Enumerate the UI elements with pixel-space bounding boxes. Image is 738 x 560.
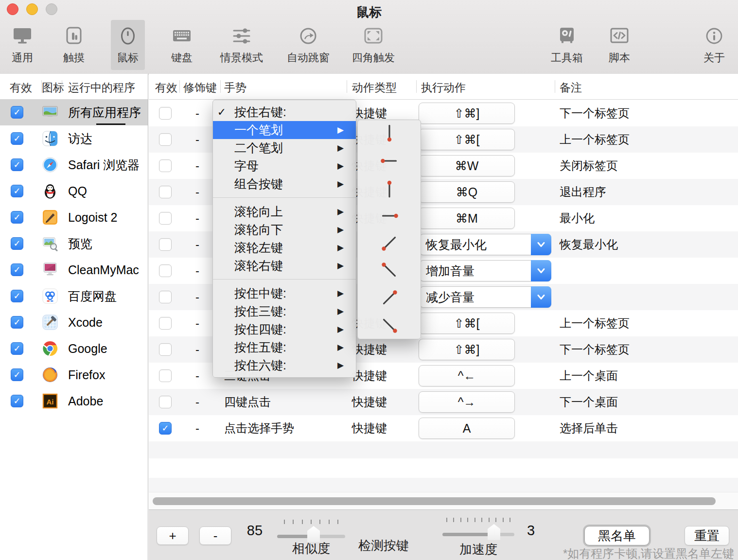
- horizontal-scrollbar-track[interactable]: [149, 492, 738, 510]
- sidebar-app-row[interactable]: ✓CleanMyMac: [0, 257, 148, 283]
- menu-item[interactable]: 按住六键:▶: [213, 356, 356, 374]
- menu-item[interactable]: 滚轮右键▶: [213, 257, 356, 275]
- menu-item[interactable]: ✓按住右键:: [213, 103, 356, 121]
- row-enabled-checkbox[interactable]: [159, 133, 172, 146]
- sidebar-app-row[interactable]: ✓QQ: [0, 178, 148, 204]
- toolbar-item-keyboard[interactable]: 键盘: [165, 20, 199, 70]
- add-gesture-button[interactable]: +: [157, 526, 189, 545]
- swipe-down-left-stroke-icon[interactable]: [358, 229, 421, 257]
- swipe-up-left-stroke-icon[interactable]: [358, 257, 421, 284]
- row-enabled-checkbox[interactable]: [159, 186, 172, 198]
- app-enabled-checkbox[interactable]: ✓: [11, 316, 23, 329]
- row-enabled-checkbox[interactable]: [159, 264, 172, 277]
- app-enabled-checkbox[interactable]: ✓: [11, 395, 23, 407]
- menu-item-label: 一个笔划: [230, 122, 337, 138]
- menu-item[interactable]: 按住四键:▶: [213, 320, 356, 338]
- menu-item[interactable]: 滚轮左键▶: [213, 239, 356, 257]
- menu-item[interactable]: 字母▶: [213, 157, 356, 175]
- row-enabled-checkbox[interactable]: [159, 369, 172, 382]
- slider-track[interactable]: [442, 533, 514, 536]
- row-enabled-checkbox[interactable]: [159, 317, 172, 330]
- row-enabled-checkbox[interactable]: [159, 238, 172, 251]
- blacklist-button[interactable]: 黑名单: [584, 526, 650, 545]
- toolbar-item-mouse[interactable]: 鼠标: [111, 20, 145, 70]
- shortcut-key-button[interactable]: A: [419, 418, 515, 439]
- app-enabled-checkbox[interactable]: ✓: [11, 158, 23, 171]
- action-type-cell: 快捷键: [352, 389, 387, 415]
- app-name: QQ: [68, 178, 87, 204]
- menu-item[interactable]: 按住中键:▶: [213, 284, 356, 302]
- acceleration-slider[interactable]: [441, 518, 515, 543]
- row-enabled-checkbox[interactable]: [159, 212, 172, 225]
- shortcut-key-button[interactable]: ^←: [419, 365, 515, 386]
- menu-item[interactable]: 二个笔划▶: [213, 139, 356, 157]
- shortcut-key-button[interactable]: ⌘Q: [419, 181, 515, 203]
- shortcut-key-button[interactable]: ⌘W: [419, 155, 515, 176]
- swipe-up-right-stroke-icon[interactable]: [358, 284, 421, 312]
- swipe-right-stroke-icon[interactable]: [358, 202, 421, 229]
- shortcut-key-button[interactable]: ⇧⌘]: [419, 339, 515, 360]
- menu-item[interactable]: 一个笔划▶: [213, 121, 356, 139]
- sidebar-app-row[interactable]: ✓所有应用程序: [0, 99, 148, 125]
- app-enabled-checkbox[interactable]: ✓: [11, 290, 23, 302]
- toolbar-item-redirect-arrow[interactable]: 自动跳窗: [281, 20, 335, 70]
- row-enabled-checkbox[interactable]: [159, 107, 172, 120]
- row-enabled-checkbox[interactable]: [159, 159, 172, 172]
- sidebar-app-row[interactable]: ✓Xcode: [0, 309, 148, 335]
- sidebar-app-row[interactable]: ✓AiAdobe: [0, 388, 148, 414]
- empty-row-stripe: [149, 441, 738, 458]
- row-enabled-checkbox[interactable]: [159, 396, 172, 408]
- toolbar-item-corner-trigger[interactable]: 四角触发: [346, 20, 401, 70]
- swipe-left-stroke-icon[interactable]: [358, 147, 421, 175]
- menu-item[interactable]: 滚轮向上▶: [213, 203, 356, 221]
- horizontal-scrollbar-thumb[interactable]: [153, 497, 716, 505]
- qq-icon: [41, 182, 59, 200]
- toolbar-item-display[interactable]: 通用: [5, 20, 39, 70]
- app-enabled-checkbox[interactable]: ✓: [11, 132, 23, 145]
- shortcut-key-button[interactable]: ^→: [419, 391, 515, 413]
- app-enabled-checkbox[interactable]: ✓: [11, 342, 23, 355]
- header-separator: [179, 80, 180, 93]
- toolbar-item-toolbox[interactable]: 工具箱: [545, 20, 589, 70]
- swipe-down-right-stroke-icon[interactable]: [358, 312, 421, 339]
- slider-tick: [319, 520, 320, 524]
- app-enabled-checkbox[interactable]: ✓: [11, 185, 23, 197]
- shortcut-key-button[interactable]: ⌘M: [419, 208, 515, 229]
- slider-thumb[interactable]: [488, 524, 500, 540]
- toolbar-item-trackpad[interactable]: 触摸: [57, 20, 91, 70]
- sidebar-app-row[interactable]: ✓Google: [0, 335, 148, 362]
- menu-item[interactable]: 滚轮向下▶: [213, 221, 356, 239]
- shortcut-key-button[interactable]: ⇧⌘]: [419, 103, 515, 124]
- row-enabled-checkbox[interactable]: ✓: [159, 422, 172, 435]
- toolbar-item-info[interactable]: 关于: [697, 20, 731, 70]
- app-enabled-checkbox[interactable]: ✓: [11, 211, 23, 224]
- app-enabled-checkbox[interactable]: ✓: [11, 237, 23, 250]
- toolbar-item-code[interactable]: 脚本: [602, 20, 636, 70]
- shortcut-key-button[interactable]: ⇧⌘[: [419, 129, 515, 150]
- action-dropdown[interactable]: 恢复最小化: [420, 234, 551, 255]
- menu-item[interactable]: 按住五键:▶: [213, 338, 356, 356]
- remove-gesture-button[interactable]: -: [199, 526, 231, 545]
- toolbar-item-sliders[interactable]: 情景模式: [214, 20, 269, 70]
- sidebar-app-row[interactable]: ✓Safari 浏览器: [0, 152, 148, 178]
- swipe-down-stroke-icon[interactable]: [358, 120, 421, 147]
- action-dropdown[interactable]: 增加音量: [420, 260, 551, 281]
- row-enabled-checkbox[interactable]: [159, 291, 172, 303]
- sidebar-app-row[interactable]: ✓预览: [0, 230, 148, 257]
- menu-item[interactable]: 组合按键▶: [213, 175, 356, 193]
- sidebar-app-row[interactable]: ✓Firefox: [0, 362, 148, 388]
- swipe-up-stroke-icon[interactable]: [358, 175, 421, 202]
- row-enabled-checkbox[interactable]: [159, 343, 172, 356]
- reset-button[interactable]: 重置: [685, 526, 729, 545]
- action-dropdown[interactable]: 减少音量: [420, 286, 551, 308]
- sidebar-app-row[interactable]: ✓百度网盘: [0, 283, 148, 309]
- shortcut-key-button[interactable]: ⇧⌘[: [419, 313, 515, 334]
- sidebar-app-row[interactable]: ✓Logoist 2: [0, 204, 148, 230]
- menu-checkmark: ✓: [213, 106, 230, 119]
- sidebar-app-row[interactable]: ✓访达: [0, 125, 148, 152]
- slider-tick: [311, 520, 312, 524]
- app-enabled-checkbox[interactable]: ✓: [11, 263, 23, 276]
- app-enabled-checkbox[interactable]: ✓: [11, 368, 23, 381]
- menu-item[interactable]: 按住三键:▶: [213, 302, 356, 320]
- app-enabled-checkbox[interactable]: ✓: [11, 106, 23, 119]
